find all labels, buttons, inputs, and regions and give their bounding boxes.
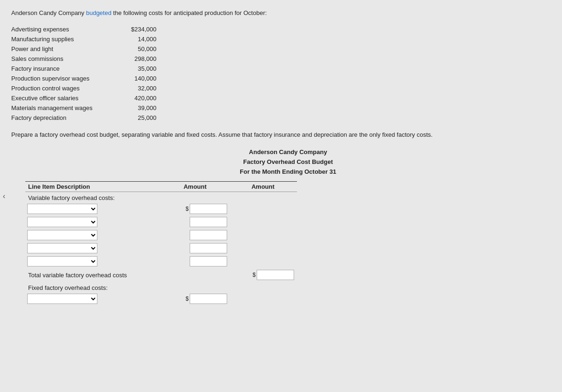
variable-amount-input-5[interactable] (190, 256, 227, 266)
fixed-section-label-row: Fixed factory overhead costs: (25, 282, 297, 292)
cost-label-sales: Sales commissions (11, 55, 119, 62)
cost-row-factory-dep: Factory depreciation 25,000 (11, 113, 551, 123)
cost-label-factory-dep: Factory depreciation (11, 114, 119, 121)
cost-row-executive: Executive officer salaries 420,000 (11, 93, 551, 103)
cost-value-materials: 39,000 (119, 104, 156, 111)
cost-row-power: Power and light 50,000 (11, 44, 551, 54)
cost-value-sales: 298,000 (119, 55, 156, 62)
instructions-text: Prepare a factory overhead cost budget, … (11, 130, 550, 140)
fixed-input-row-1: $ (25, 292, 297, 305)
variable-amount-cell-1[interactable]: $ (161, 202, 229, 215)
variable-input-row-4 (25, 242, 297, 255)
variable-amount-cell-3[interactable] (161, 229, 229, 242)
variable-dropdown-cell-4[interactable] (25, 242, 161, 255)
col-header-description: Line Item Description (25, 182, 161, 192)
cost-row-manufacturing: Manufacturing supplies 14,000 (11, 34, 551, 44)
variable-input-row-3 (25, 229, 297, 242)
total-dollar-sign: $ (252, 272, 256, 278)
variable-input-row-5 (25, 255, 297, 268)
variable-dropdown-3[interactable] (27, 230, 97, 240)
variable-dropdown-cell-3[interactable] (25, 229, 161, 242)
left-arrow-icon[interactable]: ‹ (3, 192, 5, 200)
cost-row-factory-insurance: Factory insurance 35,000 (11, 64, 551, 74)
cost-value-executive: 420,000 (119, 95, 156, 102)
cost-label-advertising: Advertising expenses (11, 26, 119, 33)
variable-amount-input-2[interactable] (190, 217, 227, 227)
variable-dropdown-4[interactable] (27, 243, 97, 253)
variable-dropdown-5[interactable] (27, 256, 97, 266)
cost-row-prod-control: Production control wages 32,000 (11, 83, 551, 93)
budget-title: Anderson Candy Company Factory Overhead … (25, 148, 551, 177)
cost-label-prod-supervisor: Production supervisor wages (11, 75, 119, 82)
table-header-row: Line Item Description Amount Amount (25, 182, 297, 192)
intro-text-after: the following costs for anticipated prod… (111, 9, 267, 16)
cost-list: Advertising expenses $234,000 Manufactur… (11, 24, 551, 123)
cost-value-prod-control: 32,000 (119, 85, 156, 92)
cost-value-factory-dep: 25,000 (119, 114, 156, 121)
variable-dropdown-1[interactable] (27, 204, 97, 214)
variable-amount-cell-4[interactable] (161, 242, 229, 255)
budget-title-line3: For the Month Ending October 31 (25, 167, 551, 177)
cost-row-advertising: Advertising expenses $234,000 (11, 24, 551, 34)
col-header-amount2: Amount (229, 182, 297, 192)
cost-value-advertising: $234,000 (119, 26, 156, 33)
cost-value-prod-supervisor: 140,000 (119, 75, 156, 82)
variable-amount2-cell-1 (229, 202, 297, 215)
cost-row-sales: Sales commissions 298,000 (11, 54, 551, 64)
total-variable-row: Total variable factory overhead costs $ (25, 268, 297, 282)
cost-row-materials: Materials management wages 39,000 (11, 103, 551, 113)
total-variable-amount-cell[interactable]: $ (229, 268, 297, 282)
intro-highlight: budgeted (86, 9, 111, 16)
cost-label-manufacturing: Manufacturing supplies (11, 36, 119, 43)
fixed-amount-input-1[interactable] (190, 294, 227, 304)
budget-title-line2: Factory Overhead Cost Budget (25, 157, 551, 167)
main-page: ‹ Anderson Candy Company budgeted the fo… (0, 0, 562, 392)
budget-table: Line Item Description Amount Amount Vari… (25, 181, 297, 305)
variable-amount-cell-5[interactable] (161, 255, 229, 268)
cost-label-power: Power and light (11, 45, 119, 52)
variable-amount-input-4[interactable] (190, 243, 227, 253)
fixed-amount-cell-1[interactable]: $ (161, 292, 229, 305)
variable-dropdown-cell-1[interactable] (25, 202, 161, 215)
variable-section-label: Variable factory overhead costs: (25, 192, 297, 203)
variable-section-label-row: Variable factory overhead costs: (25, 192, 297, 203)
fixed-dropdown-cell-1[interactable] (25, 292, 161, 305)
variable-amount-cell-2[interactable] (161, 215, 229, 229)
cost-value-power: 50,000 (119, 45, 156, 52)
total-variable-label: Total variable factory overhead costs (25, 268, 161, 282)
budget-title-line1: Anderson Candy Company (25, 148, 551, 157)
variable-dropdown-cell-2[interactable] (25, 215, 161, 229)
cost-value-manufacturing: 14,000 (119, 36, 156, 43)
cost-row-prod-supervisor: Production supervisor wages 140,000 (11, 74, 551, 83)
dollar-sign-1: $ (185, 206, 189, 212)
cost-value-factory-insurance: 35,000 (119, 65, 156, 72)
cost-label-executive: Executive officer salaries (11, 95, 119, 102)
fixed-dollar-sign-1: $ (185, 296, 189, 302)
col-header-amount1: Amount (161, 182, 229, 192)
cost-label-prod-control: Production control wages (11, 85, 119, 92)
budget-section: Anderson Candy Company Factory Overhead … (25, 148, 551, 305)
variable-amount-input-3[interactable] (190, 230, 227, 240)
intro-text-before: Anderson Candy Company (11, 9, 86, 16)
fixed-section-label: Fixed factory overhead costs: (25, 282, 297, 292)
variable-dropdown-2[interactable] (27, 217, 97, 227)
cost-label-factory-insurance: Factory insurance (11, 65, 119, 72)
total-variable-amount-input[interactable] (257, 270, 294, 280)
cost-label-materials: Materials management wages (11, 104, 119, 111)
intro-paragraph: Anderson Candy Company budgeted the foll… (11, 8, 551, 18)
variable-amount-input-1[interactable] (190, 204, 227, 214)
fixed-dropdown-1[interactable] (27, 294, 97, 304)
variable-dropdown-cell-5[interactable] (25, 255, 161, 268)
variable-input-row-1: $ (25, 202, 297, 215)
variable-input-row-2 (25, 215, 297, 229)
